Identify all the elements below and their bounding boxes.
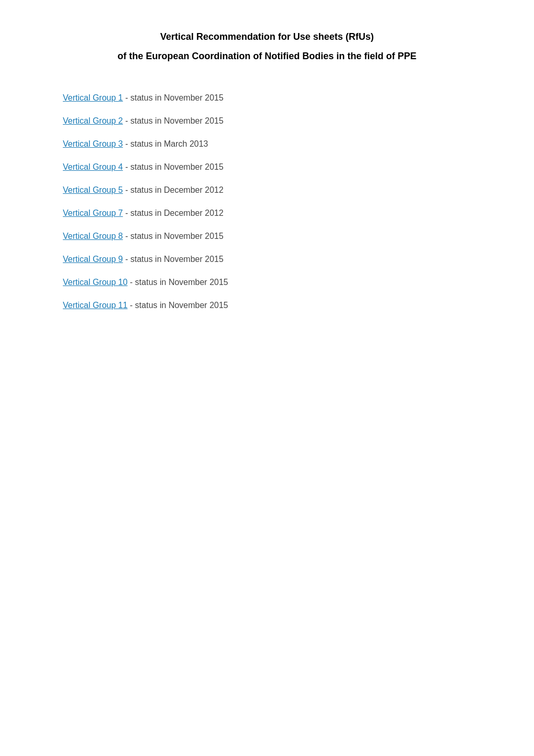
list-item: Vertical Group 5 - status in December 20… — [63, 185, 471, 195]
status-text: status in November 2015 — [130, 162, 224, 171]
group-link-group-11[interactable]: Vertical Group 11 — [63, 301, 128, 310]
separator: - — [123, 255, 130, 264]
group-link-group-4[interactable]: Vertical Group 4 — [63, 162, 123, 171]
list-item: Vertical Group 10 - status in November 2… — [63, 278, 471, 287]
status-text: status in November 2015 — [130, 255, 224, 264]
separator: - — [123, 116, 130, 125]
separator: - — [128, 278, 135, 287]
list-item: Vertical Group 11 - status in November 2… — [63, 301, 471, 310]
group-list: Vertical Group 1 - status in November 20… — [63, 93, 471, 310]
list-item: Vertical Group 4 - status in November 20… — [63, 162, 471, 172]
separator: - — [123, 139, 130, 148]
list-item: Vertical Group 1 - status in November 20… — [63, 93, 471, 103]
group-link-group-2[interactable]: Vertical Group 2 — [63, 116, 123, 125]
status-text: status in March 2013 — [130, 139, 208, 148]
status-text: status in December 2012 — [130, 185, 224, 194]
group-link-group-9[interactable]: Vertical Group 9 — [63, 255, 123, 264]
separator: - — [123, 232, 130, 240]
group-link-group-3[interactable]: Vertical Group 3 — [63, 139, 123, 148]
status-text: status in November 2015 — [135, 278, 228, 287]
separator: - — [128, 301, 135, 310]
list-item: Vertical Group 3 - status in March 2013 — [63, 139, 471, 149]
separator: - — [123, 185, 130, 194]
group-link-group-1[interactable]: Vertical Group 1 — [63, 93, 123, 102]
status-text: status in November 2015 — [135, 301, 228, 310]
list-item: Vertical Group 9 - status in November 20… — [63, 255, 471, 264]
status-text: status in November 2015 — [130, 116, 224, 125]
list-item: Vertical Group 8 - status in November 20… — [63, 232, 471, 241]
list-item: Vertical Group 7 - status in December 20… — [63, 209, 471, 218]
separator: - — [123, 209, 130, 217]
separator: - — [123, 162, 130, 171]
page-subtitle: of the European Coordination of Notified… — [63, 51, 471, 62]
status-text: status in November 2015 — [130, 93, 224, 102]
group-link-group-10[interactable]: Vertical Group 10 — [63, 278, 128, 287]
group-link-group-7[interactable]: Vertical Group 7 — [63, 209, 123, 217]
status-text: status in November 2015 — [130, 232, 224, 240]
group-link-group-5[interactable]: Vertical Group 5 — [63, 185, 123, 194]
page-container: Vertical Recommendation for Use sheets (… — [42, 0, 492, 355]
group-link-group-8[interactable]: Vertical Group 8 — [63, 232, 123, 240]
page-title: Vertical Recommendation for Use sheets (… — [63, 31, 471, 42]
separator: - — [123, 93, 130, 102]
list-item: Vertical Group 2 - status in November 20… — [63, 116, 471, 126]
status-text: status in December 2012 — [130, 209, 224, 217]
